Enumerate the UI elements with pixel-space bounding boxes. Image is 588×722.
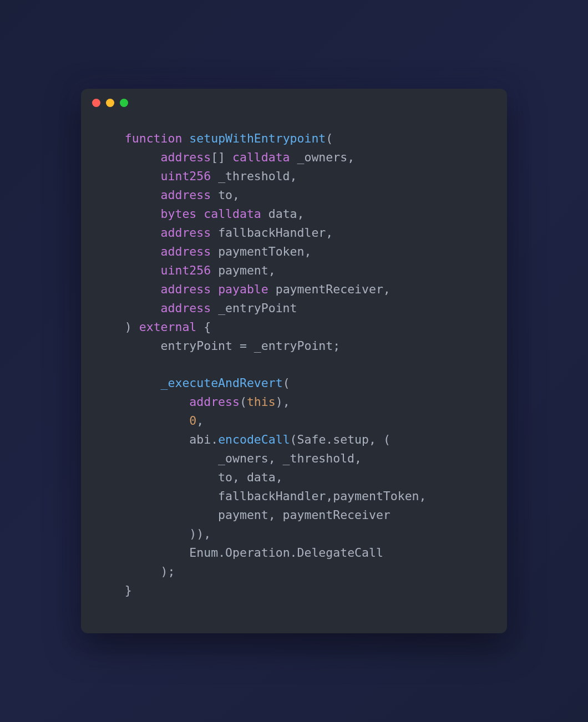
arg-data: data: [247, 470, 276, 484]
param-paymentreceiver: paymentReceiver: [276, 282, 383, 296]
param-payment: payment: [218, 263, 268, 277]
arg-owners: _owners: [218, 451, 268, 465]
fn-executeandrevert: _executeAndRevert: [161, 376, 283, 390]
fn-encodecall: encodeCall: [218, 433, 290, 446]
open-paren: (: [326, 131, 333, 145]
prop-delegatecall: DelegateCall: [297, 546, 383, 560]
literal-zero: 0: [189, 414, 196, 428]
type-address: address: [161, 188, 211, 202]
arg-paymentreceiver: paymentReceiver: [283, 508, 391, 522]
type-address: address: [161, 150, 211, 164]
minimize-icon[interactable]: [106, 99, 114, 107]
type-enum: Enum: [189, 546, 218, 560]
type-address-cast: address: [189, 395, 240, 409]
prop-operation: Operation: [225, 546, 290, 560]
arg-paymenttoken: paymentToken: [333, 489, 419, 503]
param-entrypoint: _entryPoint: [218, 301, 297, 315]
var-entrypoint: entryPoint: [161, 339, 232, 353]
type-safe: Safe: [297, 433, 326, 446]
type-bytes: bytes: [161, 207, 197, 221]
type-uint256: uint256: [161, 263, 211, 277]
arg-payment: payment: [218, 508, 268, 522]
arg-to: to: [218, 470, 232, 484]
fn-setup: setup: [333, 433, 369, 446]
var-entrypoint-arg: _entryPoint: [254, 339, 333, 353]
param-fallbackhandler: fallbackHandler: [218, 226, 326, 240]
type-uint256: uint256: [161, 169, 211, 183]
type-address: address: [161, 226, 211, 240]
keyword-calldata: calldata: [232, 150, 290, 164]
maximize-icon[interactable]: [120, 99, 128, 107]
param-paymenttoken: paymentToken: [218, 245, 304, 258]
function-name: setupWithEntrypoint: [189, 131, 326, 145]
param-owners: _owners: [297, 150, 348, 164]
keyword-calldata: calldata: [204, 207, 261, 221]
keyword-this: this: [247, 395, 276, 409]
arg-fallbackhandler: fallbackHandler: [218, 489, 326, 503]
arg-threshold: _threshold: [283, 451, 354, 465]
abi: abi: [189, 433, 211, 446]
close-brace: }: [125, 583, 132, 597]
code-block: function setupWithEntrypoint( address[] …: [81, 107, 507, 633]
keyword-external: external: [139, 320, 197, 334]
close-icon[interactable]: [92, 99, 100, 107]
brackets: []: [211, 150, 225, 164]
type-address: address: [161, 301, 211, 315]
keyword-function: function: [125, 131, 183, 145]
param-data: data: [268, 207, 297, 221]
window-titlebar: [81, 89, 507, 107]
type-address: address: [161, 245, 211, 258]
code-window: function setupWithEntrypoint( address[] …: [81, 89, 507, 633]
param-to: to: [218, 188, 232, 202]
keyword-payable: payable: [218, 282, 268, 296]
param-threshold: _threshold: [218, 169, 290, 183]
type-address: address: [161, 282, 211, 296]
